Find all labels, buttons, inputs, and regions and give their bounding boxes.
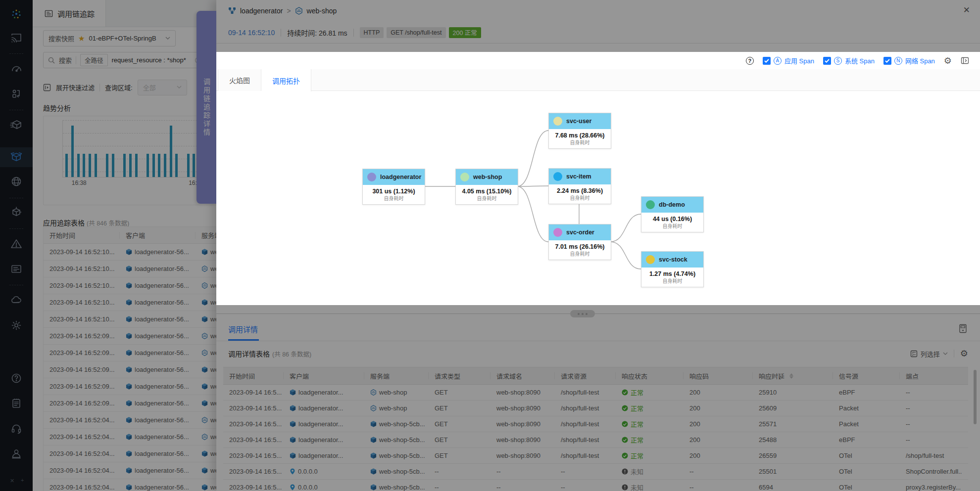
table-row[interactable]: 2023-09-14 16:52:04...loadgenerator-56..… — [44, 446, 216, 462]
column-header[interactable]: 开始时间 — [44, 232, 120, 239]
column-header[interactable]: 服务端 — [196, 232, 216, 239]
table-row[interactable]: 2023-09-14 16:5...loadgenerator...web-sh… — [223, 448, 968, 464]
splitter-handle[interactable] — [570, 310, 595, 317]
trend-bar[interactable] — [158, 154, 160, 177]
trend-bar[interactable] — [95, 154, 97, 177]
span-filter-n[interactable]: N网络 Span — [883, 56, 935, 65]
table-row[interactable]: 2023-09-14 16:52:09...loadgenerator-56..… — [44, 378, 216, 395]
search-query[interactable]: request_resource : *shop* — [112, 56, 191, 64]
table-row[interactable]: 2023-09-14 16:5...0.0.0.0web-shop-5cb...… — [223, 464, 968, 480]
breadcrumb-item[interactable]: loadgenerator — [240, 7, 283, 15]
trend-bar[interactable] — [71, 126, 74, 177]
tab-flame-graph[interactable]: 火焰图 — [218, 69, 261, 91]
sidebar-item-cast-screen[interactable] — [0, 29, 33, 48]
trend-bar[interactable] — [123, 154, 126, 177]
table-row[interactable]: 2023-09-14 16:5...loadgenerator...web-sh… — [223, 416, 968, 432]
column-header[interactable]: 客户端 — [120, 232, 196, 239]
column-header[interactable]: 服务端 — [364, 372, 429, 379]
breadcrumb-item[interactable]: web-shop — [307, 7, 337, 15]
sidebar-item-help[interactable] — [0, 369, 33, 389]
table-row[interactable]: 2023-09-14 16:52:10...loadgenerator-56..… — [44, 294, 216, 311]
column-header[interactable]: 请求资源 — [555, 372, 616, 379]
sidebar-item-tracing-box[interactable] — [0, 147, 33, 167]
table-row[interactable]: 2023-09-14 16:5...loadgenerator...web-sh… — [223, 385, 968, 401]
sidebar-item-globe[interactable] — [0, 173, 33, 192]
expand-panel-icon[interactable] — [961, 56, 969, 65]
sidebar-item-container-box[interactable] — [0, 203, 33, 223]
collapse-panel-icon[interactable] — [959, 324, 967, 333]
drawer-handle[interactable]: 调用链追踪详情 — [196, 11, 216, 204]
sidebar-item-cloud[interactable] — [0, 291, 33, 311]
trend-bar[interactable] — [152, 154, 155, 177]
trend-bar[interactable] — [89, 154, 91, 177]
table-row[interactable]: 2023-09-14 16:52:04...loadgenerator-56..… — [44, 479, 216, 491]
tab-trace-search[interactable]: 调用链追踪 — [33, 0, 106, 27]
table-row[interactable]: 2023-09-14 16:52:04...loadgenerator-56..… — [44, 429, 216, 446]
sidebar-item-logo[interactable] — [0, 5, 33, 25]
topology-node-svc-item[interactable]: svc-item2.24 ms (8.36%)自身耗时 — [548, 168, 611, 204]
trend-bar[interactable] — [65, 154, 68, 177]
table-row[interactable]: 2023-09-14 16:52:04...loadgenerator-56..… — [44, 462, 216, 479]
sidebar-item-user[interactable] — [0, 445, 33, 464]
sort-icon[interactable] — [789, 373, 793, 379]
topology-node-loadgenerator[interactable]: loadgenerator301 us (1.12%)自身耗时 — [362, 169, 425, 205]
sidebar-item-headset[interactable] — [0, 420, 33, 440]
table-row[interactable]: 2023-09-14 16:52:10...loadgenerator-56..… — [44, 244, 216, 261]
close-icon[interactable]: ✕ — [963, 6, 970, 14]
table-row[interactable]: 2023-09-14 16:5...0.0.0.0web-shop-5cb...… — [223, 480, 968, 491]
topology-node-web-shop[interactable]: web-shop4.05 ms (15.10%)自身耗时 — [455, 169, 518, 205]
column-header[interactable]: 请求域名 — [490, 372, 555, 379]
table-row[interactable]: 2023-09-14 16:52:10...loadgenerator-56..… — [44, 311, 216, 328]
span-filter-s[interactable]: S系统 Span — [823, 56, 875, 65]
help-icon[interactable]: ? — [746, 57, 754, 65]
trend-bar[interactable] — [77, 154, 80, 177]
expand-filter-label[interactable]: 展开快速过滤 — [56, 83, 95, 92]
trend-bar[interactable] — [170, 126, 172, 177]
table-row[interactable]: 2023-09-14 16:52:10...loadgenerator-56..… — [44, 277, 216, 294]
snapshot-select[interactable]: 搜索快照 ★ 01-eBPF+OTel-SpringB — [43, 30, 176, 46]
column-header[interactable]: 响应状态 — [616, 372, 684, 379]
table-row[interactable]: 2023-09-14 16:52:09...loadgenerator-56..… — [44, 395, 216, 412]
trend-bar[interactable] — [83, 154, 85, 177]
span-filter-a[interactable]: A应用 Span — [763, 56, 814, 65]
table-row[interactable]: 2023-09-14 16:5...loadgenerator...web-sh… — [223, 432, 968, 448]
column-header[interactable]: 信号源 — [833, 372, 900, 379]
table-row[interactable]: 2023-09-14 16:52:09...loadgenerator-56..… — [44, 345, 216, 361]
topology-node-svc-stock[interactable]: svc-stock1.27 ms (4.74%)自身耗时 — [641, 251, 704, 287]
checkbox-checked-icon[interactable] — [823, 57, 831, 65]
checkbox-checked-icon[interactable] — [763, 57, 771, 65]
sidebar-item-resource-flow[interactable] — [0, 85, 33, 105]
table-row[interactable]: 2023-09-14 16:52:10...loadgenerator-56..… — [44, 261, 216, 277]
gear-icon[interactable]: ⚙ — [944, 56, 952, 65]
sidebar-item-gear[interactable] — [0, 316, 33, 336]
sidebar-item-notes[interactable] — [0, 395, 33, 414]
trend-bar[interactable] — [129, 154, 132, 177]
tab-call-topology[interactable]: 调用拓扑 — [261, 69, 311, 91]
topology-node-db-demo[interactable]: db-demo44 us (0.16%)自身耗时 — [641, 196, 704, 232]
close-mini-icon[interactable]: ✕ — [10, 478, 14, 484]
table-settings-gear-icon[interactable]: ⚙ — [960, 349, 968, 358]
trend-bar[interactable] — [147, 154, 149, 177]
column-header[interactable]: 端点 — [900, 372, 962, 379]
column-header[interactable]: 响应时延 — [753, 372, 833, 379]
trend-bar[interactable] — [187, 154, 190, 177]
topology-node-svc-user[interactable]: svc-user7.68 ms (28.66%)自身耗时 — [548, 113, 611, 149]
vertical-scrollbar[interactable] — [974, 370, 977, 424]
sidebar-item-log-list[interactable] — [0, 260, 33, 280]
query-region-select[interactable]: 全部 — [138, 80, 187, 95]
trend-bar[interactable] — [193, 154, 195, 177]
table-row[interactable]: 2023-09-14 16:52:09...loadgenerator-56..… — [44, 361, 216, 378]
sidebar-item-fast-cube[interactable] — [0, 116, 33, 135]
column-header[interactable]: 请求类型 — [429, 372, 490, 379]
topology-node-svc-order[interactable]: svc-order7.01 ms (26.16%)自身耗时 — [548, 224, 611, 260]
trend-bar[interactable] — [164, 154, 166, 177]
column-header[interactable]: 响应码 — [684, 372, 753, 379]
trend-bar[interactable] — [112, 154, 114, 177]
table-row[interactable]: 2023-09-14 16:52:09...loadgenerator-56..… — [44, 328, 216, 345]
search-bar[interactable]: 搜索 全路径 request_resource : *shop* — [43, 52, 206, 68]
sidebar-item-gauge[interactable] — [0, 60, 33, 80]
trend-bar[interactable] — [175, 154, 178, 177]
column-header[interactable]: 开始时间 — [223, 372, 284, 379]
column-header[interactable]: 客户端 — [284, 372, 364, 379]
tab-call-details[interactable]: 调用详情 — [228, 324, 258, 334]
